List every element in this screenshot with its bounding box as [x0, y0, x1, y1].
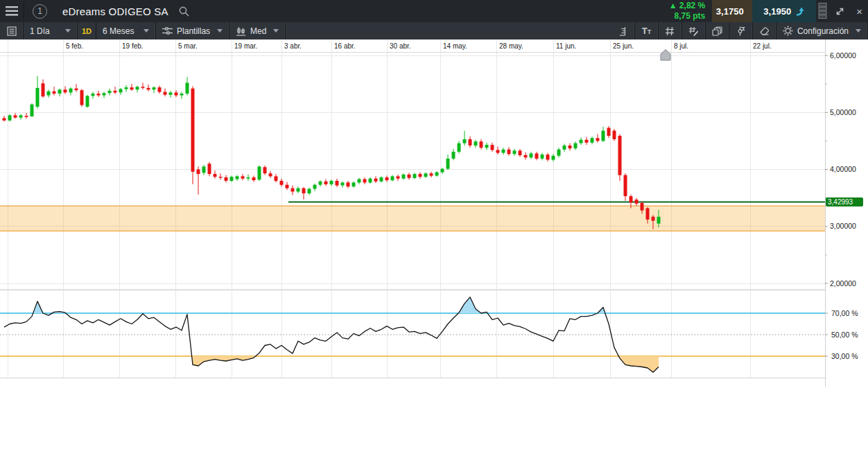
chevron-down-icon	[144, 29, 149, 33]
grid-icon	[665, 26, 675, 36]
templates-label: Plantillas	[177, 26, 210, 36]
settings-label: Configuración	[797, 26, 849, 36]
svg-text:22 jul.: 22 jul.	[753, 42, 772, 50]
svg-text:5 feb.: 5 feb.	[66, 42, 83, 50]
indicators-label: Med	[250, 26, 266, 36]
timeframe-badge: 1D	[78, 22, 96, 39]
chart-area[interactable]: 5 feb.19 feb.5 mar.19 mar.3 abr.16 abr.3…	[0, 39, 868, 449]
window-titlebar: 1 eDreams ODIGEO SA ▲ 2,82 % 8,75 pts 3,…	[0, 0, 868, 22]
sell-price: 3,1750	[716, 6, 744, 17]
indicators-dropdown[interactable]: Med	[229, 22, 286, 39]
svg-text:3,42993: 3,42993	[828, 198, 853, 206]
layers-icon	[712, 26, 722, 36]
svg-text:30 abr.: 30 abr.	[390, 42, 411, 50]
settings-dropdown[interactable]: Configuración	[776, 22, 868, 39]
svg-text:19 feb.: 19 feb.	[122, 42, 144, 50]
svg-text:16 abr.: 16 abr.	[334, 42, 356, 50]
svg-text:11 jun.: 11 jun.	[556, 42, 576, 50]
svg-text:28 may.: 28 may.	[499, 42, 523, 50]
buy-price: 3,1950	[763, 6, 791, 17]
chevron-down-icon	[217, 29, 223, 33]
change-percent: ▲ 2,82 %	[669, 1, 706, 11]
expand-button[interactable]	[829, 0, 851, 22]
price-chart[interactable]: 5 feb.19 feb.5 mar.19 mar.3 abr.16 abr.3…	[0, 39, 868, 449]
svg-text:4,00000: 4,00000	[830, 165, 856, 173]
buy-price-button[interactable]: 3,1950	[752, 0, 816, 22]
svg-text:30,00 %: 30,00 %	[831, 352, 858, 360]
svg-text:70,00 %: 70,00 %	[831, 309, 858, 317]
price-change: ▲ 2,82 % 8,75 pts	[669, 0, 706, 22]
instrument-title: eDreams ODIGEO SA	[62, 0, 168, 22]
period-dropdown[interactable]: 1 Día	[24, 22, 78, 39]
text-tool-button[interactable]: TT	[635, 22, 659, 39]
svg-text:3 abr.: 3 abr.	[284, 42, 302, 50]
layers-tool-button[interactable]	[706, 22, 729, 39]
svg-text:3,00000: 3,00000	[830, 222, 856, 230]
notes-button[interactable]	[0, 22, 24, 39]
chart-toolbar: 1 Día 1D 6 Meses Plantillas Med	[0, 22, 868, 40]
svg-text:6,00000: 6,00000	[830, 51, 856, 60]
range-dropdown[interactable]: 6 Meses	[96, 22, 156, 39]
arrow-up-icon	[796, 6, 805, 17]
chevron-down-icon	[65, 29, 71, 33]
sell-price-button[interactable]: 3,1750	[712, 0, 752, 22]
svg-text:5,00000: 5,00000	[830, 108, 856, 116]
app-menu-button[interactable]	[0, 0, 24, 22]
svg-text:14 may.: 14 may.	[443, 42, 467, 50]
price-axis-tool-button[interactable]	[611, 22, 635, 39]
notes-icon	[7, 26, 17, 36]
search-button[interactable]	[173, 0, 196, 22]
svg-text:5 mar.: 5 mar.	[178, 42, 198, 50]
chevron-down-icon	[273, 29, 279, 33]
svg-text:8 jul.: 8 jul.	[674, 42, 688, 50]
templates-dropdown[interactable]: Plantillas	[156, 22, 229, 39]
marker-pin-tool-button[interactable]	[729, 22, 753, 39]
search-icon	[178, 6, 190, 17]
close-button[interactable]: ×	[851, 0, 868, 22]
sliders-icon	[162, 26, 173, 35]
svg-text:50,00 %: 50,00 %	[831, 331, 858, 339]
range-label: 6 Meses	[103, 26, 134, 36]
crosshair-pin-icon	[736, 26, 745, 36]
svg-text:25 jun.: 25 jun.	[613, 42, 634, 50]
change-points: 8,75 pts	[675, 11, 706, 21]
svg-text:2,00000: 2,00000	[830, 279, 856, 288]
svg-text:19 mar.: 19 mar.	[234, 42, 257, 50]
gear-icon	[783, 26, 793, 36]
hamburger-icon	[6, 6, 18, 16]
axis-scale-icon	[618, 26, 627, 36]
grid-tool-button[interactable]	[659, 22, 682, 39]
eraser-icon	[759, 26, 770, 35]
window-number-button[interactable]: 1	[24, 0, 55, 22]
candles-icon	[236, 26, 246, 36]
expand-icon	[835, 6, 845, 17]
panel-stack-button[interactable]	[816, 0, 829, 22]
grid-pencil-icon	[688, 26, 699, 36]
panel-stack-icon	[818, 3, 827, 19]
eraser-tool-button[interactable]	[753, 22, 776, 39]
period-label: 1 Día	[30, 26, 50, 36]
text-tool-icon: TT	[642, 26, 651, 36]
chevron-down-icon	[856, 29, 861, 33]
window-number-icon: 1	[33, 4, 47, 19]
draw-grid-tool-button[interactable]	[682, 22, 706, 39]
chart-window: 1 eDreams ODIGEO SA ▲ 2,82 % 8,75 pts 3,…	[0, 0, 868, 449]
